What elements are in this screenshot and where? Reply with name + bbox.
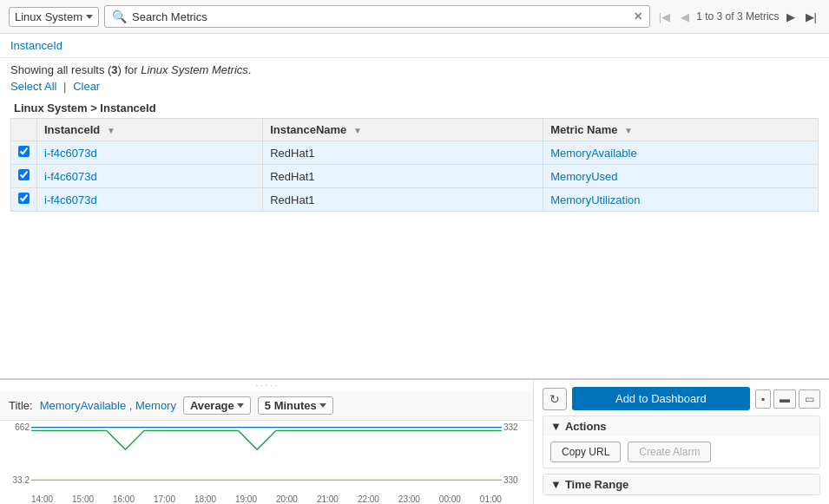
- results-prefix: Showing all results (: [10, 63, 111, 76]
- results-bar: Showing all results (3) for Linux System…: [0, 58, 829, 78]
- y-left-top: 662: [2, 422, 30, 432]
- top-toolbar: Linux System 🔍 × |◀ ◀ 1 to 3 of 3 Metric…: [0, 0, 829, 34]
- prev-page-button[interactable]: ◀: [677, 9, 693, 25]
- x-axis-label: 15:00: [72, 494, 94, 504]
- instance-id-link[interactable]: InstanceId: [10, 39, 63, 52]
- namespace-label: Linux System: [15, 10, 82, 23]
- refresh-button[interactable]: ↻: [543, 388, 567, 410]
- stat-select[interactable]: Average: [183, 396, 251, 415]
- actions-label: Actions: [565, 420, 607, 433]
- namespace-chevron-icon: [86, 15, 93, 19]
- time-range-section: ▼ Time Range: [543, 474, 820, 495]
- x-axis-label: 18:00: [194, 494, 216, 504]
- time-label: 5 Minutes: [265, 399, 317, 412]
- x-axis-label: 00:00: [439, 494, 461, 504]
- last-page-button[interactable]: ▶|: [802, 9, 820, 25]
- add-dashboard-button[interactable]: Add to Dashboard: [572, 387, 750, 410]
- table-breadcrumb: Linux System > InstanceId: [10, 98, 819, 118]
- search-box: 🔍 ×: [104, 5, 650, 28]
- search-icon: 🔍: [112, 10, 127, 23]
- y-left-bottom: 33.2: [2, 475, 30, 485]
- chart-area: · · · · · Title: MemoryAvailable , Memor…: [0, 380, 534, 504]
- actions-header[interactable]: ▼ Actions: [543, 416, 819, 436]
- time-chevron-icon: [319, 403, 326, 408]
- metrics-table: InstanceId ▼ InstanceName ▼ Metric Name …: [10, 118, 819, 212]
- select-all-link[interactable]: Select All: [10, 80, 56, 93]
- time-range-header[interactable]: ▼ Time Range: [543, 475, 819, 494]
- time-range-chevron-icon: ▼: [550, 478, 562, 491]
- stat-chevron-icon: [237, 403, 244, 408]
- row-metric-name-2: MemoryUtilization: [543, 188, 819, 212]
- chart-title-value: MemoryAvailable , Memory: [40, 399, 176, 412]
- row-checkbox-0[interactable]: [11, 141, 37, 165]
- instance-id-link-0[interactable]: i-f4c6073d: [44, 147, 97, 160]
- copy-url-button[interactable]: Copy URL: [550, 442, 621, 462]
- results-count: 3: [111, 63, 117, 76]
- table-row: i-f4c6073d RedHat1 MemoryUsed: [11, 165, 819, 188]
- chart-body: 662 33.2 332 330 14:0015:0016:0017:0018:…: [0, 421, 533, 504]
- actions-chevron-icon: ▼: [550, 420, 562, 433]
- col-header-instance-id: InstanceId ▼: [37, 119, 263, 141]
- table-row: i-f4c6073d RedHat1 MemoryAvailable: [11, 141, 819, 165]
- chart-y-axis-left: 662 33.2: [0, 421, 31, 487]
- row-instance-id-0: i-f4c6073d: [37, 141, 263, 165]
- search-input[interactable]: [132, 10, 628, 23]
- right-top: ↻ Add to Dashboard ▪ ▬ ▭: [543, 387, 820, 410]
- actions-content: Copy URL Create Alarm: [543, 436, 819, 468]
- row-metric-name-1: MemoryUsed: [543, 165, 819, 188]
- create-alarm-button[interactable]: Create Alarm: [628, 442, 711, 462]
- time-range-label: Time Range: [565, 478, 628, 491]
- results-suffix: ) for: [118, 63, 141, 76]
- time-select[interactable]: 5 Minutes: [258, 396, 333, 415]
- bottom-panel: · · · · · Title: MemoryAvailable , Memor…: [0, 378, 829, 504]
- row-instance-name-1: RedHat1: [263, 165, 543, 188]
- chart-svg: [31, 421, 502, 487]
- x-axis-label: 22:00: [358, 494, 379, 504]
- sort-icon: ▼: [107, 126, 115, 135]
- x-axis-label: 16:00: [113, 494, 135, 504]
- x-axis-label: 19:00: [235, 494, 257, 504]
- col-header-instance-name: InstanceName ▼: [263, 119, 543, 141]
- view-icon-3[interactable]: ▭: [799, 389, 820, 409]
- col-header-metric-name: Metric Name ▼: [543, 119, 819, 141]
- sort-icon-3: ▼: [624, 126, 633, 135]
- y-right-top: 332: [503, 422, 531, 432]
- select-actions: Select All | Clear: [0, 78, 829, 98]
- row-instance-name-2: RedHat1: [263, 188, 543, 212]
- x-axis-label: 23:00: [398, 494, 420, 504]
- view-icon-1[interactable]: ▪: [755, 389, 771, 409]
- metric-link-2[interactable]: MemoryUtilization: [550, 193, 640, 206]
- namespace-select[interactable]: Linux System: [9, 7, 99, 27]
- row-metric-name-0: MemoryAvailable: [543, 141, 819, 165]
- results-namespace: Linux System Metrics: [141, 63, 248, 76]
- clear-search-button[interactable]: ×: [635, 9, 642, 24]
- metric-link-1[interactable]: MemoryUsed: [550, 170, 617, 183]
- chart-header: Title: MemoryAvailable , Memory Average …: [0, 391, 533, 421]
- metric-link-0[interactable]: MemoryAvailable: [550, 147, 636, 160]
- x-axis-label: 17:00: [154, 494, 175, 504]
- view-icon-2[interactable]: ▬: [773, 389, 796, 409]
- row-instance-id-1: i-f4c6073d: [37, 165, 263, 188]
- table-row: i-f4c6073d RedHat1 MemoryUtilization: [11, 188, 819, 212]
- sort-icon-2: ▼: [353, 126, 362, 135]
- x-axis-label: 14:00: [31, 494, 53, 504]
- instance-id-bar: InstanceId: [0, 34, 829, 58]
- chart-x-axis: 14:0015:0016:0017:0018:0019:0020:0021:00…: [31, 488, 502, 504]
- separator: |: [63, 80, 66, 93]
- clear-link[interactable]: Clear: [73, 80, 100, 93]
- next-page-button[interactable]: ▶: [783, 9, 799, 25]
- view-icons: ▪ ▬ ▭: [755, 389, 820, 409]
- table-section: Linux System > InstanceId InstanceId ▼ I…: [0, 98, 829, 212]
- stat-label: Average: [190, 399, 234, 412]
- instance-id-link-1[interactable]: i-f4c6073d: [44, 170, 97, 183]
- chart-title-label: Title:: [9, 399, 33, 412]
- pagination: |◀ ◀ 1 to 3 of 3 Metrics ▶ ▶|: [655, 9, 820, 25]
- instance-id-link-2[interactable]: i-f4c6073d: [44, 193, 97, 206]
- row-checkbox-1[interactable]: [11, 165, 37, 188]
- first-page-button[interactable]: |◀: [655, 9, 674, 25]
- pagination-text: 1 to 3 of 3 Metrics: [696, 10, 779, 23]
- col-header-checkbox: [11, 119, 37, 141]
- y-right-bottom: 330: [503, 475, 531, 485]
- row-instance-name-0: RedHat1: [263, 141, 543, 165]
- row-checkbox-2[interactable]: [11, 188, 37, 212]
